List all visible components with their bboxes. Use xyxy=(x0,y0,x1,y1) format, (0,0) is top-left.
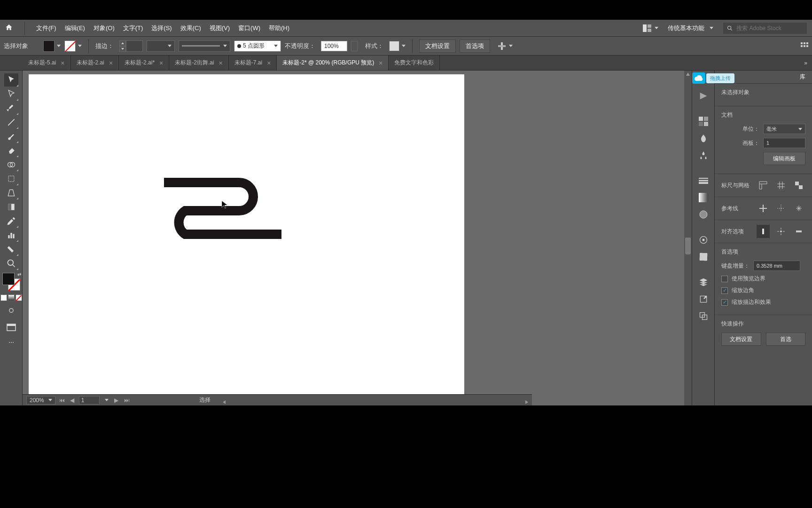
zoom-select[interactable]: 200% xyxy=(26,396,55,405)
tab-doc-5[interactable]: 未标题-5.ai× xyxy=(23,56,71,70)
tab-overflow[interactable]: » xyxy=(799,56,812,70)
fill-swatch[interactable] xyxy=(43,40,61,52)
artboards-panel-icon[interactable] xyxy=(696,309,711,324)
transparency-panel-icon[interactable] xyxy=(696,207,711,222)
stroke-panel-icon[interactable] xyxy=(696,173,711,188)
column-graph-tool[interactable] xyxy=(4,229,18,242)
menu-file[interactable]: 文件(F) xyxy=(36,24,56,32)
close-icon[interactable]: × xyxy=(267,59,271,67)
close-icon[interactable]: × xyxy=(379,59,383,67)
tab-libraries[interactable]: 库 xyxy=(800,73,805,81)
layers-panel-icon[interactable] xyxy=(696,275,711,290)
tab-doc-2a[interactable]: 未标题-2.ai× xyxy=(71,56,119,70)
scale-corners-checkbox[interactable]: 缩放边角 xyxy=(721,286,805,294)
screen-mode-tool[interactable] xyxy=(5,322,18,333)
selection-tool[interactable] xyxy=(4,73,18,87)
stroke-width-select[interactable] xyxy=(147,40,175,52)
prev-artboard-icon[interactable]: ◀ xyxy=(69,397,76,404)
artboard-dropdown-icon[interactable] xyxy=(102,397,110,404)
tab-doc-dance[interactable]: 未标题-2街舞.ai× xyxy=(169,56,229,70)
guide-lock-icon[interactable] xyxy=(774,202,788,215)
grid-icon[interactable] xyxy=(801,42,808,50)
line-tool[interactable] xyxy=(4,116,18,129)
close-icon[interactable]: × xyxy=(109,59,113,67)
snap-grid-icon[interactable] xyxy=(792,225,805,238)
eyedropper-tool[interactable] xyxy=(4,214,18,228)
eraser-tool[interactable] xyxy=(4,144,18,157)
artboard-nav-input[interactable]: 1 xyxy=(79,396,100,405)
perspective-tool[interactable] xyxy=(4,186,18,199)
transparency-grid-icon[interactable] xyxy=(792,179,805,192)
tab-doc-active[interactable]: 未标题-2* @ 200% (RGB/GPU 预览)× xyxy=(277,56,389,70)
home-button[interactable] xyxy=(5,24,13,32)
gradient-panel-icon[interactable] xyxy=(696,190,711,205)
asset-export-panel-icon[interactable] xyxy=(696,292,711,307)
align-icon[interactable] xyxy=(498,42,513,50)
zoom-tool[interactable] xyxy=(4,257,18,270)
search-box[interactable] xyxy=(723,22,807,34)
menu-object[interactable]: 对象(O) xyxy=(94,24,115,32)
scroll-thumb[interactable] xyxy=(685,238,691,254)
snap-point-icon[interactable] xyxy=(774,225,788,238)
edit-artboards-button[interactable]: 编辑画板 xyxy=(763,152,805,165)
swatches-panel-icon[interactable] xyxy=(696,114,711,129)
close-icon[interactable]: × xyxy=(61,59,64,67)
menu-window[interactable]: 窗口(W) xyxy=(238,24,260,32)
gradient-tool[interactable] xyxy=(4,200,18,214)
properties-panel-icon[interactable] xyxy=(696,88,711,103)
draw-mode-icon[interactable] xyxy=(4,304,18,317)
color-mode-toggles[interactable] xyxy=(0,294,22,301)
artboard-input[interactable]: 1 xyxy=(763,138,805,148)
menu-type[interactable]: 文字(T) xyxy=(123,24,143,32)
tab-doc-free[interactable]: 免费文字和色彩 xyxy=(389,56,440,70)
close-icon[interactable]: × xyxy=(219,59,223,67)
slice-tool[interactable] xyxy=(4,243,18,256)
menu-edit[interactable]: 编辑(E) xyxy=(65,24,85,32)
workspace-switcher[interactable]: 传统基本功能 xyxy=(668,24,713,32)
close-icon[interactable]: × xyxy=(159,59,163,67)
graphic-styles-panel-icon[interactable] xyxy=(696,249,711,264)
smart-guides-icon[interactable] xyxy=(792,202,805,215)
stroke-weight-input[interactable] xyxy=(126,40,143,52)
direct-selection-tool[interactable] xyxy=(4,87,18,101)
doc-setup-qa-button[interactable]: 文档设置 xyxy=(721,333,761,346)
preferences-button[interactable]: 首选项 xyxy=(460,40,490,53)
first-artboard-icon[interactable]: ⏮ xyxy=(58,397,66,404)
vertical-scrollbar[interactable] xyxy=(684,71,692,460)
cloud-upload-tooltip[interactable]: 拖拽上传 xyxy=(692,72,734,84)
search-input[interactable] xyxy=(736,25,803,32)
stroke-swatch[interactable] xyxy=(64,40,82,52)
menu-help[interactable]: 帮助(H) xyxy=(269,24,289,32)
free-transform-tool[interactable] xyxy=(4,172,18,185)
tab-doc-7[interactable]: 未标题-7.ai× xyxy=(229,56,277,70)
pen-tool[interactable] xyxy=(4,102,18,115)
appearance-panel-icon[interactable] xyxy=(696,232,711,247)
menu-view[interactable]: 视图(V) xyxy=(210,24,230,32)
shape-builder-tool[interactable] xyxy=(4,158,18,171)
snap-pixel-icon[interactable] xyxy=(757,225,770,238)
preview-bounds-checkbox[interactable]: 使用预览边界 xyxy=(721,275,805,283)
guide-visibility-icon[interactable] xyxy=(757,202,770,215)
document-setup-button[interactable]: 文档设置 xyxy=(419,40,456,53)
opacity-arrow[interactable]: › xyxy=(351,41,358,51)
key-increment-input[interactable]: 0.3528 mm xyxy=(753,261,800,271)
brush-tool[interactable] xyxy=(4,130,18,143)
scale-strokes-checkbox[interactable]: 缩放描边和效果 xyxy=(721,298,805,306)
stroke-spinner[interactable] xyxy=(119,40,126,52)
grid-icon[interactable] xyxy=(774,179,788,192)
opacity-input[interactable]: 100% xyxy=(321,41,347,51)
arrange-docs-icon[interactable] xyxy=(643,24,658,32)
symbols-panel-icon[interactable] xyxy=(696,148,711,163)
ruler-icon[interactable] xyxy=(757,179,770,192)
menu-effect[interactable]: 效果(C) xyxy=(180,24,201,32)
horizontal-scrollbar[interactable] xyxy=(223,397,528,404)
toolbox-more[interactable]: ⋯ xyxy=(4,336,18,349)
stroke-type-select[interactable] xyxy=(179,40,230,52)
menu-select[interactable]: 选择(S) xyxy=(151,24,172,32)
stroke-profile-select[interactable]: 5 点圆形 xyxy=(234,40,281,52)
next-artboard-icon[interactable]: ▶ xyxy=(113,397,120,404)
tab-doc-2b[interactable]: 未标题-2.ai*× xyxy=(119,56,169,70)
brushes-panel-icon[interactable] xyxy=(696,131,711,146)
style-swatch[interactable] xyxy=(389,41,406,51)
last-artboard-icon[interactable]: ⏭ xyxy=(123,397,131,404)
